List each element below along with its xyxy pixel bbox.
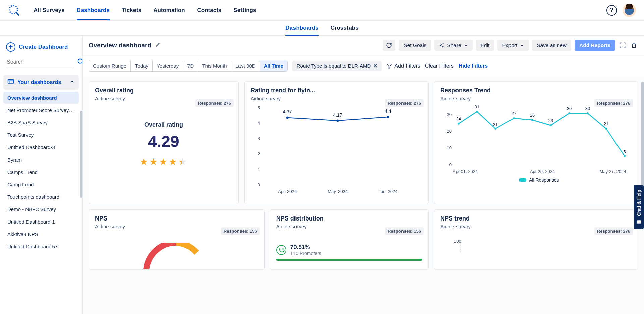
svg-text:2: 2 bbox=[258, 151, 260, 156]
share-button[interactable]: Share bbox=[434, 40, 472, 51]
sidebar-item[interactable]: Net Promoter Score Survey- ... bbox=[3, 104, 79, 116]
sidebar-item[interactable]: Camps Trend bbox=[3, 166, 79, 178]
fullscreen-icon[interactable] bbox=[619, 41, 627, 49]
pencil-icon[interactable] bbox=[155, 42, 161, 49]
sidebar-item[interactable]: Untitled Dashboard-3 bbox=[3, 141, 79, 153]
sidebar-item[interactable]: Test Survey bbox=[3, 129, 79, 141]
sidebar-item[interactable]: Akktiva8 NPS bbox=[3, 228, 79, 240]
sidebar-item[interactable]: Byram bbox=[3, 154, 79, 166]
search-icon[interactable] bbox=[77, 58, 83, 67]
edit-button[interactable]: Edit bbox=[476, 40, 494, 51]
widget-nps: NPS Airline survey Responses: 156 bbox=[89, 209, 265, 270]
sidebar-scrollbar[interactable] bbox=[80, 111, 82, 198]
widget-title: Rating trend for flyin... bbox=[251, 87, 422, 94]
add-reports-button[interactable]: Add Reports bbox=[575, 40, 615, 51]
sidebar-item[interactable]: B2B SaaS Survey bbox=[3, 117, 79, 128]
svg-text:10: 10 bbox=[447, 145, 452, 150]
sidebar-item[interactable]: Untitled Dashboard-1 bbox=[3, 216, 79, 228]
export-label: Export bbox=[502, 42, 517, 48]
svg-point-41 bbox=[624, 155, 626, 157]
chevron-down-icon bbox=[520, 43, 524, 47]
svg-text:0: 0 bbox=[449, 162, 452, 167]
sidebar-search-input[interactable] bbox=[6, 57, 74, 67]
sidebar-item[interactable]: Touchpoints dashboard bbox=[3, 191, 79, 203]
star-rating: ★★★★★★ bbox=[95, 156, 232, 167]
svg-text:0: 0 bbox=[258, 182, 260, 187]
svg-rect-4 bbox=[8, 79, 14, 83]
svg-marker-12 bbox=[387, 64, 392, 69]
subtab-dashboards[interactable]: Dashboards bbox=[285, 21, 318, 35]
filter-icon bbox=[386, 63, 392, 69]
app-logo[interactable] bbox=[8, 4, 20, 16]
trash-icon[interactable] bbox=[630, 41, 638, 49]
promoter-percent: 70.51% bbox=[290, 244, 321, 251]
save-as-new-button[interactable]: Save as new bbox=[532, 40, 571, 51]
dashboard-icon bbox=[7, 78, 14, 86]
svg-text:30: 30 bbox=[585, 106, 590, 111]
nav-all-surveys[interactable]: All Surveys bbox=[34, 1, 65, 20]
sidebar-item[interactable]: Untitled Dashboard-57 bbox=[3, 241, 79, 252]
svg-text:4: 4 bbox=[258, 121, 260, 126]
create-dashboard-button[interactable]: + Create Dashboard bbox=[3, 40, 79, 57]
timechip-last-90d[interactable]: Last 90D bbox=[231, 60, 260, 71]
share-label: Share bbox=[447, 42, 461, 48]
sidebar-item-overview-dashboard[interactable]: Overview dashboard bbox=[3, 92, 79, 104]
svg-text:1: 1 bbox=[258, 167, 260, 172]
svg-text:Apr 29, 2024: Apr 29, 2024 bbox=[530, 169, 555, 174]
svg-text:May 27, 2024: May 27, 2024 bbox=[600, 169, 626, 174]
nav-dashboards[interactable]: Dashboards bbox=[77, 1, 110, 20]
sidebar-section-label: Your dashboards bbox=[17, 79, 66, 85]
svg-text:23: 23 bbox=[548, 118, 553, 123]
widget-responses-trend: Responses Trend Airline survey Responses… bbox=[434, 81, 638, 204]
nav-contacts[interactable]: Contacts bbox=[197, 1, 222, 20]
widget-title: NPS trend bbox=[440, 215, 632, 222]
responses-badge: Responses: 156 bbox=[385, 227, 424, 235]
timechip-custom-range[interactable]: Custom Range bbox=[89, 60, 131, 71]
add-filters-button[interactable]: Add Filters bbox=[386, 63, 420, 69]
svg-point-37 bbox=[550, 124, 552, 126]
nav-settings[interactable]: Settings bbox=[233, 1, 256, 20]
svg-point-21 bbox=[387, 116, 389, 118]
svg-point-36 bbox=[531, 119, 533, 121]
svg-text:5: 5 bbox=[258, 105, 260, 110]
svg-line-11 bbox=[441, 46, 443, 47]
timechip-yesterday[interactable]: Yesterday bbox=[153, 60, 183, 71]
time-range-chipset: Custom Range Today Yesterday 7D This Mon… bbox=[89, 60, 288, 72]
avatar[interactable] bbox=[623, 4, 636, 17]
page-title: Overview dashboard bbox=[89, 42, 151, 49]
hide-filters-button[interactable]: Hide Filters bbox=[459, 63, 488, 69]
help-icon[interactable]: ? bbox=[606, 5, 617, 16]
filter-pill-route-type[interactable]: Route Type Is equal to BLR-AMD ✕ bbox=[292, 61, 382, 71]
widget-rating-trend: Rating trend for flyin... Airline survey… bbox=[244, 81, 429, 204]
close-icon[interactable]: ✕ bbox=[373, 63, 378, 69]
chevron-up-icon bbox=[69, 79, 75, 86]
svg-text:Apr, 2024: Apr, 2024 bbox=[278, 189, 297, 194]
export-button[interactable]: Export bbox=[497, 40, 529, 51]
responses-badge: Responses: 276 bbox=[195, 99, 234, 107]
sidebar-item[interactable]: Camp trend bbox=[3, 179, 79, 190]
nps-gauge bbox=[140, 243, 213, 269]
svg-point-35 bbox=[513, 117, 515, 119]
responses-badge: Responses: 276 bbox=[594, 99, 633, 107]
nav-automation[interactable]: Automation bbox=[153, 1, 185, 20]
nav-tickets[interactable]: Tickets bbox=[122, 1, 141, 20]
chat-help-tab[interactable]: Chat & Help bbox=[634, 185, 644, 229]
sidebar-item[interactable]: Demo - NBFC Survey bbox=[3, 203, 79, 215]
clear-filters-button[interactable]: Clear Filters bbox=[425, 63, 454, 69]
timechip-today[interactable]: Today bbox=[131, 60, 153, 71]
refresh-button[interactable] bbox=[383, 40, 395, 51]
timechip-all-time[interactable]: All Time bbox=[260, 60, 287, 71]
timechip-this-month[interactable]: This Month bbox=[198, 60, 231, 71]
widget-nps-trend: NPS trend Airline survey Responses: 276 … bbox=[434, 209, 638, 270]
chat-help-label: Chat & Help bbox=[636, 190, 642, 216]
sidebar-section-your-dashboards[interactable]: Your dashboards bbox=[3, 75, 79, 90]
svg-text:4.37: 4.37 bbox=[283, 109, 292, 114]
subtab-crosstabs[interactable]: Crosstabs bbox=[331, 21, 359, 35]
widget-title: NPS distribution bbox=[276, 215, 422, 222]
timechip-7d[interactable]: 7D bbox=[183, 60, 198, 71]
set-goals-button[interactable]: Set Goals bbox=[399, 40, 431, 51]
svg-text:30: 30 bbox=[567, 106, 572, 111]
overall-value: 4.29 bbox=[95, 132, 232, 151]
widget-title: Responses Trend bbox=[440, 87, 632, 94]
svg-line-10 bbox=[441, 44, 443, 45]
